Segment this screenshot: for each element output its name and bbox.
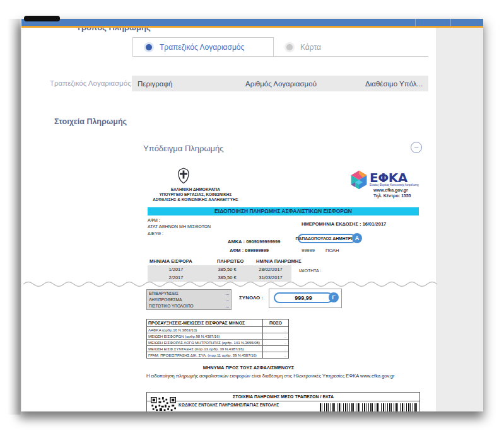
row-amount: 385,50 € bbox=[204, 267, 250, 272]
top-bar-separator bbox=[450, 19, 451, 26]
office-name: ΑΤΛΤ ΑΘΗΝΩΝ ΜΗ ΜΙΣΘΩΤΩΝ bbox=[148, 224, 211, 229]
charges-box: ΕΠΙΒΑΡΥΝΣΕΙΣ ... ΛΗΞΙΠΡΟΘΕΣΜΑ ... ΠΙΣΤΩΤ… bbox=[146, 289, 231, 310]
contribution-row: 1/2017 385,50 € 28/02/2017 bbox=[148, 265, 291, 273]
radio-unselected-icon[interactable] bbox=[286, 44, 293, 50]
charge-row: ΕΠΙΒΑΡΥΝΣΕΙΣ ... bbox=[149, 291, 229, 296]
idiotita-label: ΙΔΙΟΤΗΤΑ : bbox=[299, 268, 321, 273]
issue-date: ΗΜΕΡΟΜΗΝΙΑ ΕΚΔΟΣΗΣ : 16/01/2017 bbox=[302, 221, 386, 227]
row-due: 28/02/2017 bbox=[250, 267, 291, 272]
deduction-amount: .. bbox=[263, 352, 288, 358]
col-due-date: ΗΜ/ΝΙΑ ΠΛΗΡΩΜΗΣ bbox=[256, 258, 302, 264]
top-accent-bar bbox=[21, 19, 483, 26]
deduction-label: ΛΑΦΚΑ (αρθρ.16 Ν.3863/10) bbox=[147, 327, 263, 333]
select-col-account-number: Αριθμός Λογαριασμού bbox=[245, 80, 317, 88]
row-month: 2/2017 bbox=[148, 275, 204, 280]
top-bar-separator bbox=[415, 19, 416, 26]
notice-banner: ΕΙΔΟΠΟΙΗΣΗ ΠΛΗΡΩΜΗΣ ΑΣΦΑΛΙΣΤΙΚΩΝ ΕΙΣΦΟΡΩ… bbox=[148, 207, 419, 216]
tab-card-label: Κάρτα bbox=[300, 43, 321, 52]
account-select[interactable]: Περιγραφή Αριθμός Λογαριασμού Διαθέσιμο … bbox=[132, 76, 428, 91]
select-col-available-balance: Διαθέσιμο Υπόλ... bbox=[365, 80, 423, 88]
collapse-button[interactable]: − bbox=[411, 142, 422, 153]
col-payable: ΠΛΗΡΩΤΕΟ bbox=[217, 258, 243, 264]
deduction-amount: .. bbox=[263, 333, 288, 339]
deduction-label: ΜΕΙΩΣΗ ΕΙΣΦ.ΣΥΝΤΑΞΗΣ (παρ.13 αρθρ. 39 Ν.… bbox=[147, 346, 263, 352]
deduction-label: ΜΕΙΩΣΗ ΕΙΣΦΟΡΩΝ (αρθρ.98 Ν.4387/16) bbox=[147, 333, 263, 339]
amount-header: ΠΟΣΟ bbox=[263, 319, 288, 326]
deductions-header-row: ΠΡΟΣΑΥΞΗΣΕΙΣ-ΜΕΙΩΣΕΙΣ ΕΙΣΦΟΡΑΣ ΜΗΝΟΣ ΠΟΣ… bbox=[147, 319, 288, 327]
charge-row: ΠΙΣΤΩΤΙΚΟ ΥΠΟΛΟΙΠΟ ... bbox=[149, 304, 229, 308]
charge-label: ΕΠΙΒΑΡΥΝΣΕΙΣ bbox=[149, 291, 179, 296]
efka-payment-page: Τρόπος Πληρωμής Τραπεζικός Λογαριασμός Κ… bbox=[0, 0, 504, 431]
charge-value: ... bbox=[226, 304, 229, 308]
bank-payment-header: ΣΤΟΙΧΕΙΑ ΠΛΗΡΩΜΗΣ ΜΕΣΩ ΤΡΑΠΕΖΩΝ / ΕΛΤΑ bbox=[147, 393, 419, 401]
payment-code-label: ΚΩΔΙΚΟΣ ΕΝΤΟΛΗΣ ΠΛΗΡΩΜΗΣ/ΠΑΓΙΑΣ ΕΝΤΟΛΗΣ bbox=[179, 403, 279, 407]
message-body: Η ειδοποίηση πληρωμής ασφαλιστικών εισφο… bbox=[146, 373, 427, 379]
afm-value: ΑΦΜ : 099999999 bbox=[230, 248, 269, 253]
total-highlight: 999,99 bbox=[274, 292, 333, 303]
row-due: 31/03/2017 bbox=[250, 275, 291, 280]
deduction-row: ΜΕΙΩΣΗ ΕΙΣΦ.ΣΥΝΤΑΞΗΣ (παρ.13 αρθρ. 39 Ν.… bbox=[147, 346, 288, 352]
tabs-underline bbox=[274, 56, 428, 57]
deduction-row: ΜΕΙΩΣΗ ΕΙΣΦΟΡΩΝ (αρθρ.98 Ν.4387/16) .. bbox=[147, 333, 288, 340]
row-month: 1/2017 bbox=[148, 267, 204, 272]
col-monthly-contribution: ΜΗΝΙΑΙΑ ΕΙΣΦΟΡΑ bbox=[149, 258, 192, 264]
barcode bbox=[320, 403, 419, 411]
insured-name-highlight: ΠΑΠΑΔΟΠΟΥΛΟΣ ΔΗΜΗΤΡΙΟΣ bbox=[298, 234, 356, 243]
top-accent-underline bbox=[21, 26, 483, 28]
section-title-payment-details: Στοιχεία Πληρωμής bbox=[54, 117, 127, 126]
ministry-block: ΕΛΛΗΝΙΚΗ ΔΗΜΟΚΡΑΤΙΑ ΥΠΟΥΡΓΕΙΟ ΕΡΓΑΣΙΑΣ, … bbox=[148, 187, 243, 202]
left-shadow-gutter bbox=[0, 19, 21, 415]
deductions-header: ΠΡΟΣΑΥΞΗΣΕΙΣ-ΜΕΙΩΣΕΙΣ ΕΙΣΦΟΡΑΣ ΜΗΝΟΣ bbox=[147, 319, 263, 326]
ministry-line: ΕΛΛΗΝΙΚΗ ΔΗΜΟΚΡΑΤΙΑ bbox=[148, 187, 243, 192]
annotation-badge-c: Γ bbox=[329, 292, 339, 302]
charge-value: ... bbox=[226, 297, 229, 302]
greek-coat-of-arms-icon bbox=[177, 168, 190, 184]
charge-value: ... bbox=[226, 291, 229, 296]
deduction-label: ΓΡΑΜ. ΠΡΟΕΙΣΠΡΑΞΗΣ ΔΙΚ. ΣΥΛ. (παρ.11 αρθ… bbox=[147, 352, 263, 358]
efka-phone: Τηλ. Κέντρο: 1555 bbox=[373, 193, 411, 198]
row-amount: 385,50 € bbox=[204, 275, 250, 280]
insured-name: ΠΑΠΑΔΟΠΟΥΛΟΣ ΔΗΜΗΤΡΙΟΣ bbox=[295, 236, 358, 241]
tab-bank-account[interactable]: Τραπεζικός Λογαριασμός bbox=[132, 37, 274, 57]
charge-label: ΠΙΣΤΩΤΙΚΟ ΥΠΟΛΟΙΠΟ bbox=[149, 304, 194, 308]
efka-logo-icon bbox=[349, 170, 368, 190]
total-value: 999,99 bbox=[295, 295, 312, 301]
address-label: ΔΙΕΥΘ : bbox=[148, 231, 163, 236]
city: ΠΟΛΗ bbox=[325, 248, 339, 253]
deduction-row: ΓΡΑΜ. ΠΡΟΕΙΣΠΡΑΞΗΣ ΔΙΚ. ΣΥΛ. (παρ.11 αρθ… bbox=[147, 352, 288, 358]
deduction-row: ΛΑΦΚΑ (αρθρ.16 Ν.3863/10) .. bbox=[147, 327, 288, 333]
section-title-payment-sample: Υπόδειγμα Πληρωμής bbox=[143, 144, 224, 153]
charge-row: ΛΗΞΙΠΡΟΘΕΣΜΑ ... bbox=[149, 297, 229, 302]
payment-panel: Τρόπος Πληρωμής Τραπεζικός Λογαριασμός Κ… bbox=[21, 19, 483, 411]
afm-label: ΑΦΜ : bbox=[148, 218, 160, 222]
right-gutter bbox=[436, 28, 483, 411]
deduction-amount: .. bbox=[263, 327, 288, 333]
browser-fragment bbox=[24, 16, 60, 21]
postal-code: 99999 bbox=[302, 248, 315, 253]
message-title: ΜΗΝΥΜΑ ΠΡΟΣ ΤΟΥΣ ΑΣΦΑΛΙΣΜΕΝΟΥΣ bbox=[185, 365, 312, 371]
annotation-badge-a: Α bbox=[352, 233, 362, 243]
account-select-label: Τραπεζικός Λογαριασμός: bbox=[50, 79, 133, 87]
ministry-line: ΑΣΦΑΛΙΣΗΣ & ΚΟΙΝΩΝΙΚΗΣ ΑΛΛΗΛΕΓΓΥΗΣ bbox=[148, 197, 243, 202]
ministry-line: ΥΠΟΥΡΓΕΙΟ ΕΡΓΑΣΙΑΣ, ΚΟΙΝΩΝΙΚΗΣ bbox=[148, 192, 243, 197]
radio-selected-icon[interactable] bbox=[146, 44, 152, 50]
deduction-amount: .. bbox=[263, 346, 288, 352]
total-label: ΣΥΝΟΛΟ : bbox=[239, 295, 263, 301]
select-col-description: Περιγραφή bbox=[138, 80, 172, 88]
deductions-table: ΠΡΟΣΑΥΞΗΣΕΙΣ-ΜΕΙΩΣΕΙΣ ΕΙΣΦΟΡΑΣ ΜΗΝΟΣ ΠΟΣ… bbox=[146, 319, 289, 359]
amka-value: ΑΜΚΑ : 0909199999999 bbox=[228, 239, 280, 244]
tab-bank-account-label: Τραπεζικός Λογαριασμός bbox=[160, 43, 244, 52]
torn-edge-wave bbox=[23, 281, 442, 287]
charge-label: ΛΗΞΙΠΡΟΘΕΣΜΑ bbox=[149, 297, 182, 302]
efka-website: www.efka.gov.gr bbox=[373, 188, 408, 192]
efka-logo-subtitle: Ενιαίος Φορέας Κοινωνικής Ασφάλισης bbox=[370, 183, 419, 187]
qr-code-icon bbox=[151, 397, 176, 411]
deduction-amount: .. bbox=[263, 340, 288, 345]
deduction-label: ΜΕΙΩΣΗ ΕΙΣΦΟΡΑΣ ΛΟΓΩ ΜΗΤΡΟΤΗΤΑΣ (αρθρ. 1… bbox=[147, 340, 263, 345]
tab-card[interactable]: Κάρτα bbox=[286, 43, 321, 52]
deduction-row: ΜΕΙΩΣΗ ΕΙΣΦΟΡΑΣ ΛΟΓΩ ΜΗΤΡΟΤΗΤΑΣ (αρθρ. 1… bbox=[147, 340, 288, 346]
